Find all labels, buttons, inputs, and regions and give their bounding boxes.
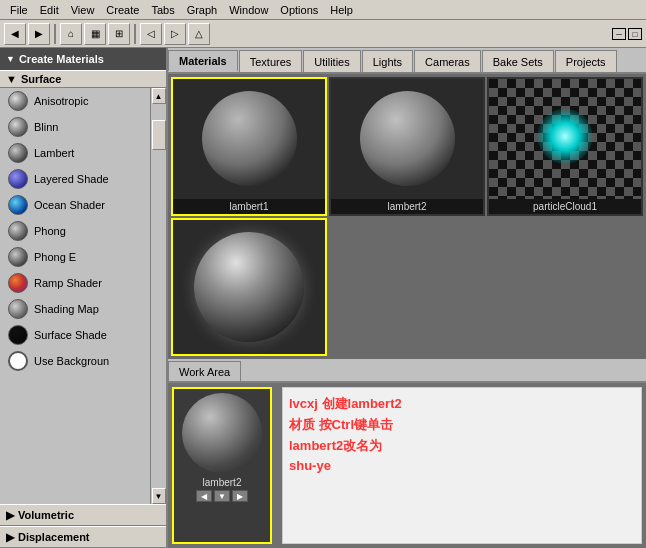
blinn-icon [8, 117, 28, 137]
left-panel: ▼ Create Materials ▼ Surface Anisotropic… [0, 48, 168, 548]
lambert2-sphere [360, 91, 455, 186]
toolbar-filter-btn[interactable]: ⊞ [108, 23, 130, 45]
menu-tabs[interactable]: Tabs [145, 2, 180, 18]
material-thumb-particle[interactable]: particleCloud1 [487, 77, 643, 216]
toolbar-grid-btn[interactable]: ▦ [84, 23, 106, 45]
displacement-section[interactable]: ▶ Displacement [0, 526, 166, 548]
work-card-sphere [182, 393, 262, 473]
menu-bar: File Edit View Create Tabs Graph Window … [0, 0, 646, 20]
work-card-label: lambert2 [203, 477, 242, 488]
panel-collapse-icon[interactable]: ▼ [6, 54, 15, 64]
displacement-label: Displacement [18, 531, 90, 543]
tab-textures[interactable]: Textures [239, 50, 303, 72]
work-card-prev-btn[interactable]: ◀ [196, 490, 212, 502]
material-item-ramp[interactable]: Ramp Shader [0, 270, 150, 296]
tab-bake-sets[interactable]: Bake Sets [482, 50, 554, 72]
scroll-down-btn[interactable]: ▼ [152, 488, 166, 504]
instruction-box: lvcxj 创建lambert2 材质 按Ctrl键单击 lambert2改名为… [282, 387, 642, 544]
surface-section-header[interactable]: ▼ Surface [0, 70, 166, 88]
lambert1-label: lambert1 [173, 199, 325, 214]
work-area-tab-bar: Work Area [168, 359, 646, 383]
lambert2-preview [331, 79, 483, 199]
left-panel-scrollbar[interactable]: ▲ ▼ [150, 88, 166, 504]
toolbar-back-btn[interactable]: ◀ [4, 23, 26, 45]
phong-icon [8, 221, 28, 241]
menu-graph[interactable]: Graph [181, 2, 224, 18]
material-item-anisotropic[interactable]: Anisotropic [0, 88, 150, 114]
minimize-btn[interactable]: ─ [612, 28, 626, 40]
anisotropic-icon [8, 91, 28, 111]
displacement-expand-icon: ▶ [6, 531, 14, 544]
shading-icon [8, 299, 28, 319]
shading-label: Shading Map [34, 303, 99, 315]
material-thumb-large-sphere[interactable] [171, 218, 327, 357]
ramp-label: Ramp Shader [34, 277, 102, 289]
toolbar: ◀ ▶ ⌂ ▦ ⊞ ◁ ▷ △ ─ □ [0, 20, 646, 48]
phong-label: Phong [34, 225, 66, 237]
work-card-controls: ◀ ▼ ▶ [196, 490, 248, 502]
phonge-icon [8, 247, 28, 267]
toolbar-home-btn[interactable]: ⌂ [60, 23, 82, 45]
work-area-tab[interactable]: Work Area [168, 361, 241, 381]
material-item-shading[interactable]: Shading Map [0, 296, 150, 322]
material-item-lambert[interactable]: Lambert [0, 140, 150, 166]
scroll-thumb[interactable] [152, 120, 166, 150]
particle-preview [489, 79, 641, 199]
menu-options[interactable]: Options [274, 2, 324, 18]
work-card-next-btn[interactable]: ▶ [232, 490, 248, 502]
surface-shade-label: Surface Shade [34, 329, 107, 341]
material-item-surface[interactable]: Surface Shade [0, 322, 150, 348]
materials-grid: lambert1 lambert2 particleCloud1 [168, 74, 646, 359]
lambert-icon [8, 143, 28, 163]
tab-projects[interactable]: Projects [555, 50, 617, 72]
menu-view[interactable]: View [65, 2, 101, 18]
instruction-line1: lvcxj 创建lambert2 [289, 394, 635, 415]
layered-label: Layered Shade [34, 173, 109, 185]
surface-icon [8, 325, 28, 345]
use-bg-icon [8, 351, 28, 371]
instruction-line4: shu-ye [289, 456, 635, 477]
work-card-lambert2[interactable]: lambert2 ◀ ▼ ▶ [172, 387, 272, 544]
lambert2-label: lambert2 [331, 199, 483, 214]
ocean-label: Ocean Shader [34, 199, 105, 211]
menu-create[interactable]: Create [100, 2, 145, 18]
lambert-label: Lambert [34, 147, 74, 159]
use-bg-label: Use Backgroun [34, 355, 109, 367]
particle-glow [538, 109, 593, 164]
tab-utilities[interactable]: Utilities [303, 50, 360, 72]
material-item-blinn[interactable]: Blinn [0, 114, 150, 140]
panel-title: Create Materials [19, 53, 104, 65]
menu-file[interactable]: File [4, 2, 34, 18]
volumetric-section[interactable]: ▶ Volumetric [0, 504, 166, 526]
tab-cameras[interactable]: Cameras [414, 50, 481, 72]
lambert1-preview [173, 79, 325, 199]
menu-help[interactable]: Help [324, 2, 359, 18]
ocean-icon [8, 195, 28, 215]
tab-lights[interactable]: Lights [362, 50, 413, 72]
toolbar-arrow-right-btn[interactable]: ▷ [164, 23, 186, 45]
material-item-ocean[interactable]: Ocean Shader [0, 192, 150, 218]
material-item-phong[interactable]: Phong [0, 218, 150, 244]
maximize-btn[interactable]: □ [628, 28, 642, 40]
material-thumb-lambert1[interactable]: lambert1 [171, 77, 327, 216]
tab-bar: Materials Textures Utilities Lights Came… [168, 48, 646, 74]
material-item-layered[interactable]: Layered Shade [0, 166, 150, 192]
menu-edit[interactable]: Edit [34, 2, 65, 18]
toolbar-arrow-left-btn[interactable]: ◁ [140, 23, 162, 45]
material-item-phonge[interactable]: Phong E [0, 244, 150, 270]
menu-window[interactable]: Window [223, 2, 274, 18]
work-area-content: lambert2 ◀ ▼ ▶ lvcxj 创建lambert2 材质 按Ctrl… [168, 383, 646, 548]
work-card-down-btn[interactable]: ▼ [214, 490, 230, 502]
tab-materials[interactable]: Materials [168, 50, 238, 72]
material-thumb-lambert2[interactable]: lambert2 [329, 77, 485, 216]
material-item-use-bg[interactable]: Use Backgroun [0, 348, 150, 374]
scroll-up-btn[interactable]: ▲ [152, 88, 166, 104]
toolbar-forward-btn[interactable]: ▶ [28, 23, 50, 45]
surface-label: Surface [21, 73, 61, 85]
ramp-icon [8, 273, 28, 293]
blinn-label: Blinn [34, 121, 58, 133]
panel-header: ▼ Create Materials [0, 48, 166, 70]
right-panel: Materials Textures Utilities Lights Came… [168, 48, 646, 548]
toolbar-expand-btn[interactable]: △ [188, 23, 210, 45]
toolbar-sep-1 [54, 24, 56, 44]
